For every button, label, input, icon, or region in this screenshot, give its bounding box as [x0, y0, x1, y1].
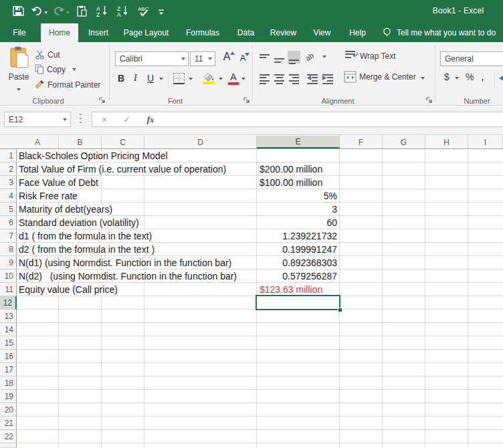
- cell-a9[interactable]: N(d1) (using Normdist. Function in the f…: [18, 258, 232, 268]
- tell-me-box[interactable]: Tell me what you want to do: [383, 23, 496, 42]
- column-header-d[interactable]: D: [144, 136, 257, 148]
- cell-e9[interactable]: 0.892368303: [257, 258, 337, 268]
- column-header-e[interactable]: E: [257, 136, 340, 148]
- tab-home[interactable]: Home: [41, 23, 78, 42]
- increase-font-button[interactable]: A: [219, 51, 234, 66]
- paste-button[interactable]: Paste: [5, 46, 32, 94]
- alignment-dialog-launcher[interactable]: [426, 97, 434, 105]
- decrease-font-button[interactable]: A: [236, 53, 249, 66]
- font-dialog-launcher[interactable]: [243, 97, 252, 105]
- row-header-4[interactable]: 4: [0, 189, 17, 203]
- row-header-11[interactable]: 11: [0, 283, 17, 296]
- formula-bar-resize-handle[interactable]: [80, 114, 82, 126]
- font-name-combo[interactable]: Calibri: [115, 51, 189, 66]
- tab-formulas[interactable]: Formulas: [181, 23, 225, 42]
- cell-grid[interactable]: Black-Scholes Option Pricing ModelTotal …: [17, 149, 503, 448]
- tab-page-layout[interactable]: Page Layout: [120, 23, 172, 42]
- row-header-18[interactable]: 18: [0, 376, 17, 390]
- align-bottom-button[interactable]: [288, 51, 300, 64]
- cell-a5[interactable]: Maturity of debt(years): [18, 205, 113, 215]
- row-header-5[interactable]: 5: [0, 203, 17, 216]
- cell-a3[interactable]: Face Value of Debt: [18, 178, 99, 188]
- column-header-b[interactable]: B: [59, 136, 102, 148]
- row-header-12[interactable]: 12: [0, 296, 17, 310]
- number-format-combo[interactable]: General: [440, 51, 503, 66]
- sort-az-button[interactable]: AZ: [92, 3, 113, 21]
- font-size-combo[interactable]: 11: [190, 51, 215, 66]
- cell-e2[interactable]: $200.00 million: [260, 164, 322, 175]
- cell-e5[interactable]: 3: [257, 205, 337, 215]
- row-header-19[interactable]: 19: [0, 390, 17, 403]
- qat-customize-button[interactable]: [155, 3, 167, 21]
- font-color-button[interactable]: A: [228, 72, 239, 85]
- selected-cell-e12[interactable]: [256, 295, 340, 310]
- accounting-format-button[interactable]: $: [444, 72, 449, 82]
- underline-button[interactable]: U: [147, 73, 155, 85]
- cell-a10[interactable]: N(d2) (using Normdist. Function in the f…: [18, 271, 237, 282]
- spelling-button[interactable]: ABC: [134, 3, 155, 21]
- column-header-h[interactable]: H: [425, 136, 468, 148]
- row-header-22[interactable]: 22: [0, 430, 17, 443]
- cancel-icon[interactable]: ×: [99, 112, 110, 126]
- cell-e10[interactable]: 0.579256287: [257, 271, 337, 282]
- increase-indent-button[interactable]: [322, 72, 334, 84]
- row-header-8[interactable]: 8: [0, 243, 17, 256]
- cell-a8[interactable]: d2 ( from the formula in the text ): [18, 245, 155, 255]
- align-right-button[interactable]: [288, 72, 300, 84]
- align-top-button[interactable]: [258, 51, 271, 64]
- row-header-3[interactable]: 3: [0, 176, 17, 189]
- row-header-1[interactable]: 1: [0, 149, 17, 162]
- row-header-15[interactable]: 15: [0, 336, 17, 350]
- paste-small-button[interactable]: [72, 3, 92, 21]
- align-center-button[interactable]: [273, 72, 286, 84]
- align-middle-button[interactable]: [273, 51, 286, 64]
- cell-a1[interactable]: Black-Scholes Option Pricing Model: [18, 151, 169, 161]
- comma-style-button[interactable]: ,: [481, 70, 484, 84]
- borders-button[interactable]: [173, 73, 185, 84]
- column-header-g[interactable]: G: [383, 136, 425, 148]
- cell-e3[interactable]: $100.00 million: [260, 178, 322, 188]
- tab-data[interactable]: Data: [233, 23, 258, 42]
- wrap-text-button[interactable]: Wrap Text: [360, 51, 396, 61]
- bold-button[interactable]: B: [118, 73, 127, 85]
- column-header-f[interactable]: F: [340, 136, 383, 148]
- row-header-6[interactable]: 6: [0, 216, 17, 229]
- percent-style-button[interactable]: %: [466, 72, 474, 82]
- tab-review[interactable]: Review: [267, 23, 300, 42]
- clipboard-dialog-launcher[interactable]: [99, 97, 107, 105]
- cell-e8[interactable]: 0.199991247: [257, 245, 337, 255]
- formula-input[interactable]: [163, 112, 503, 126]
- cut-button[interactable]: Cut: [35, 49, 60, 60]
- row-header-2[interactable]: 2: [0, 162, 17, 176]
- enter-icon[interactable]: ✓: [122, 112, 132, 126]
- column-header-i[interactable]: I: [468, 136, 503, 148]
- tab-view[interactable]: View: [308, 23, 336, 42]
- undo-button[interactable]: ▾: [28, 3, 50, 21]
- cell-a4[interactable]: Risk Free rate: [18, 191, 78, 201]
- cell-a11[interactable]: Equity value (Call price): [18, 285, 118, 295]
- save-button[interactable]: [8, 3, 28, 21]
- increase-decimal-button[interactable]: .0: [498, 73, 503, 84]
- row-header-17[interactable]: 17: [0, 363, 17, 376]
- column-header-a[interactable]: A: [17, 136, 59, 148]
- cell-e11[interactable]: $123.63 million: [260, 285, 322, 295]
- cell-a2[interactable]: Total Value of Firm (i.e. current value …: [18, 164, 227, 175]
- column-header-c[interactable]: C: [102, 136, 144, 148]
- row-header-20[interactable]: 20: [0, 403, 17, 417]
- tab-insert[interactable]: Insert: [85, 23, 112, 42]
- tab-help[interactable]: Help: [344, 23, 371, 42]
- decrease-indent-button[interactable]: [306, 72, 319, 84]
- insert-function-icon[interactable]: fx: [144, 112, 157, 126]
- align-left-button[interactable]: [258, 72, 271, 84]
- cell-a6[interactable]: Standard deviation (volatility): [18, 218, 140, 228]
- row-header-13[interactable]: 13: [0, 310, 17, 323]
- sort-za-button[interactable]: ZA: [113, 3, 134, 21]
- fill-color-button[interactable]: [203, 72, 216, 86]
- cell-e6[interactable]: 60: [257, 218, 337, 228]
- cell-e4[interactable]: 5%: [257, 191, 337, 201]
- row-header-9[interactable]: 9: [0, 256, 17, 269]
- row-header-10[interactable]: 10: [0, 269, 17, 283]
- cell-e7[interactable]: 1.239221732: [257, 231, 337, 241]
- merge-center-button[interactable]: Merge & Center: [359, 72, 416, 82]
- row-header-7[interactable]: 7: [0, 229, 17, 243]
